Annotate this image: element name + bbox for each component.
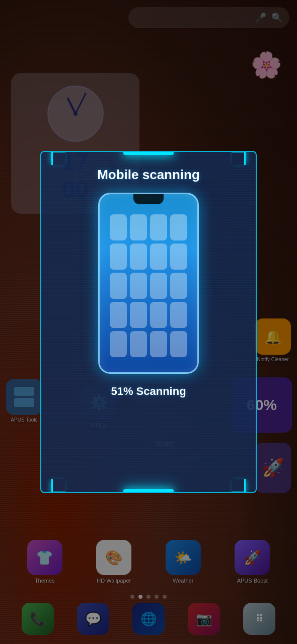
phone-mockup [98,193,199,374]
modal-overlay: Mobile scanning [0,0,297,644]
corner-tr [232,151,246,165]
corner-bl [51,479,65,493]
scan-modal: Mobile scanning [40,151,257,493]
phone-screen-grid [105,209,192,362]
phone-notch [133,194,164,204]
scan-modal-title: Mobile scanning [97,167,200,183]
scan-progress-text: 51% Scanning [111,385,186,398]
corner-tl [51,151,65,165]
corner-br [232,479,246,493]
